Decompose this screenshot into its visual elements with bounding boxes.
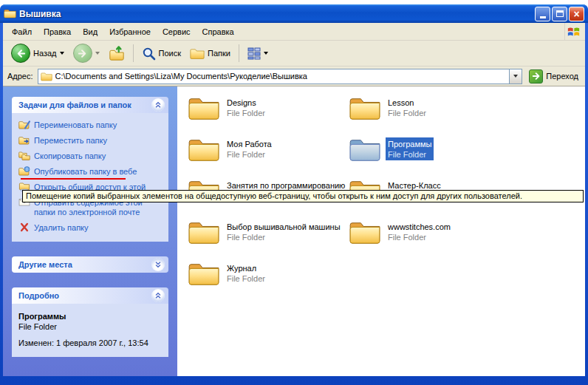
address-dropdown-button[interactable] <box>509 69 522 84</box>
file-list-area: DesignsFile Folder LessonFile Folder Моя… <box>177 86 585 376</box>
maximize-button[interactable] <box>552 7 567 21</box>
task-label: Скопировать папку <box>34 151 106 161</box>
up-button[interactable] <box>105 44 129 63</box>
menu-view[interactable]: Вид <box>77 25 103 38</box>
toolbar-separator <box>133 44 134 62</box>
address-label: Адрес: <box>7 72 33 81</box>
folder-item-zhurnal[interactable]: ЖурналFile Folder <box>188 261 349 302</box>
windows-logo-icon <box>564 23 582 40</box>
close-button[interactable]: × <box>569 7 584 21</box>
task-move-folder[interactable]: Переместить папку <box>18 136 164 146</box>
folder-type: File Folder <box>388 149 431 160</box>
toolbar: Назад Поиск <box>3 41 585 67</box>
menu-tools[interactable]: Сервис <box>157 25 196 38</box>
panel-details-header[interactable]: Подробно <box>12 287 168 304</box>
task-delete-folder[interactable]: Удалить папку <box>18 223 164 233</box>
search-label: Поиск <box>159 49 181 58</box>
chevron-down-icon[interactable] <box>151 258 165 271</box>
views-dropdown-caret[interactable] <box>264 52 268 55</box>
folder-item-lesson[interactable]: LessonFile Folder <box>349 95 510 137</box>
window-folder-icon <box>4 8 16 19</box>
panel-title: Другие места <box>18 260 72 269</box>
panel-file-tasks: Задачи для файлов и папок Переименовать … <box>12 97 168 242</box>
task-rename-folder[interactable]: Переименовать папку <box>18 120 164 130</box>
tooltip: Помещение копий выбранных элементов на о… <box>22 190 584 202</box>
folders-button[interactable]: Папки <box>186 46 234 61</box>
menu-bar: Файл Правка Вид Избранное Сервис Справка <box>3 23 585 41</box>
task-label: Опубликовать папку в вебе <box>34 167 137 177</box>
folder-name: Lesson <box>388 98 426 108</box>
panel-title: Подробно <box>18 291 59 300</box>
folder-item-vybor-mashiny[interactable]: Выбор вышивальной машиныFile Folder <box>188 219 349 261</box>
address-path: C:\Documents and Settings\Liza\My Docume… <box>55 72 507 81</box>
folder-icon <box>349 95 381 120</box>
back-button[interactable]: Назад <box>7 42 68 64</box>
folder-type: File Folder <box>227 149 272 160</box>
chevron-up-icon[interactable] <box>151 98 165 112</box>
panel-file-tasks-header[interactable]: Задачи для файлов и папок <box>12 97 168 113</box>
address-bar: Адрес: C:\Documents and Settings\Liza\My… <box>3 67 585 86</box>
folder-type: File Folder <box>227 108 265 118</box>
folder-name: Программы <box>388 139 431 149</box>
details-folder-name: Программы <box>18 311 164 321</box>
address-field[interactable]: C:\Documents and Settings\Liza\My Docume… <box>38 69 523 84</box>
folder-icon <box>188 261 220 286</box>
chevron-up-icon[interactable] <box>151 289 165 302</box>
address-folder-icon <box>41 72 52 81</box>
folder-icon <box>188 95 220 120</box>
toolbar-separator <box>239 44 239 62</box>
folder-item-programmy-selected[interactable]: ПрограммыFile Folder <box>349 137 510 178</box>
move-folder-icon <box>18 135 30 145</box>
minimize-icon <box>540 16 546 18</box>
panel-details-body: Программы File Folder Изменен: 1 февраля… <box>12 304 168 357</box>
publish-web-icon <box>18 166 30 176</box>
chevron-down-icon <box>513 75 518 78</box>
folder-icon <box>349 219 381 245</box>
panel-other-places-header[interactable]: Другие места <box>12 256 168 273</box>
back-label: Назад <box>33 49 57 58</box>
task-publish-folder[interactable]: Опубликовать папку в вебе <box>18 167 164 177</box>
folder-name: Designs <box>227 98 265 108</box>
go-arrow-icon <box>529 69 543 84</box>
folder-icon <box>188 219 220 245</box>
folder-name: Выбор вышивальной машины <box>227 222 341 232</box>
go-label: Переход <box>546 72 578 81</box>
panel-other-places: Другие места <box>12 256 168 273</box>
folders-label: Папки <box>208 49 230 58</box>
minimize-button[interactable] <box>535 7 550 21</box>
folder-name: Моя Работа <box>227 139 272 149</box>
panel-file-tasks-body: Переименовать папку Переместить папку <box>12 113 168 242</box>
task-label: Удалить папку <box>34 223 89 233</box>
explorer-body: Задачи для файлов и папок Переименовать … <box>3 86 585 376</box>
maximize-icon <box>556 10 564 17</box>
folder-name: wwwstitches.com <box>388 222 451 232</box>
details-modified: Изменен: 1 февраля 2007 г., 13:54 <box>18 338 164 348</box>
menu-edit[interactable]: Правка <box>38 25 77 38</box>
task-copy-folder[interactable]: Скопировать папку <box>18 151 164 161</box>
rename-folder-icon <box>18 120 30 129</box>
search-icon <box>142 47 156 61</box>
menu-help[interactable]: Справка <box>196 25 240 38</box>
back-dropdown-caret[interactable] <box>60 52 64 55</box>
window-title: Вышивка <box>19 9 533 19</box>
folder-item-wwwstitches[interactable]: wwwstitches.comFile Folder <box>349 219 510 261</box>
explorer-window: Вышивка × Файл Правка Вид Избранное Серв… <box>0 4 588 385</box>
forward-icon <box>73 44 92 63</box>
folder-icon-selected <box>349 137 381 162</box>
folder-name: Занятия по программированию <box>227 180 345 191</box>
forward-dropdown-caret <box>95 52 100 55</box>
panel-details: Подробно Программы File Folder Изменен: … <box>12 287 168 357</box>
task-label: Переместить папку <box>34 136 107 146</box>
folder-icon <box>188 137 220 162</box>
go-button[interactable]: Переход <box>527 69 581 84</box>
folder-item-moya-rabota[interactable]: Моя РаботаFile Folder <box>188 137 349 178</box>
views-button[interactable] <box>244 45 272 61</box>
menu-favorites[interactable]: Избранное <box>103 25 157 38</box>
window-frame: Файл Правка Вид Избранное Сервис Справка <box>3 23 585 376</box>
forward-button[interactable] <box>69 42 103 64</box>
menu-file[interactable]: Файл <box>6 25 38 38</box>
folder-type: File Folder <box>388 232 451 242</box>
search-button[interactable]: Поиск <box>138 45 185 62</box>
folder-item-designs[interactable]: DesignsFile Folder <box>188 95 349 137</box>
close-icon: × <box>573 9 579 19</box>
